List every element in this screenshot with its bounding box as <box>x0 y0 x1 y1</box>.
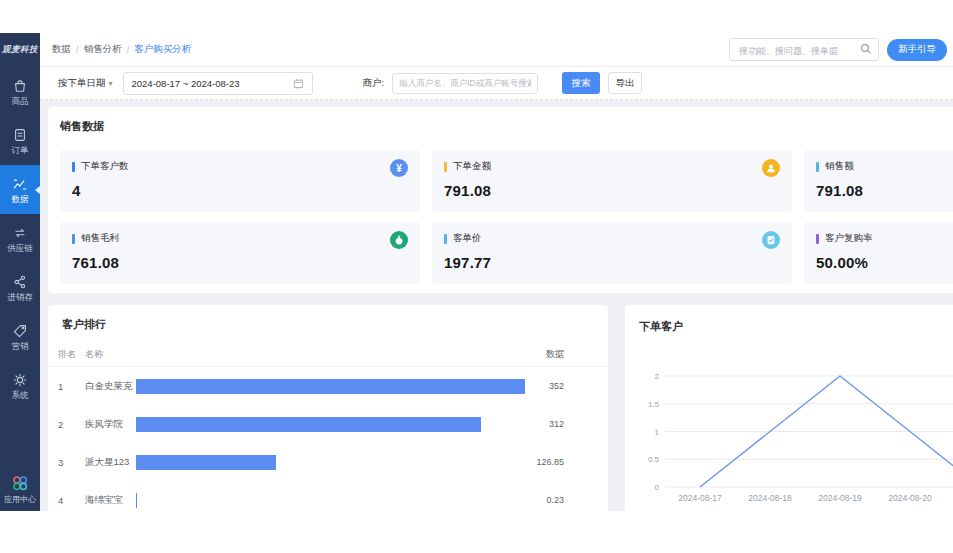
date-type-selector[interactable]: 按下单日期 <box>58 77 106 90</box>
card-label: 客单价 <box>453 232 482 245</box>
column-header-name: 名称 <box>85 348 136 361</box>
breadcrumb-separator: / <box>76 44 79 55</box>
panel-title: 客户排行 <box>48 317 608 332</box>
order-customers-panel: 下单客户 00.511.522024-08-172024-08-182024-0… <box>625 305 953 511</box>
card-accent <box>72 162 75 172</box>
rank-number: 2 <box>48 419 85 430</box>
search-button[interactable]: 搜索 <box>562 72 600 94</box>
sidebar-item-label: 供应链 <box>7 244 33 253</box>
svg-text:2024-08-20: 2024-08-20 <box>888 493 932 503</box>
rank-bar <box>136 455 276 470</box>
sidebar-item-label: 营销 <box>12 342 29 351</box>
stat-card-sales-amount: 销售额 791.08 <box>804 150 953 212</box>
table-row: 4 海绵宝宝 0.23 <box>48 481 608 511</box>
sidebar-item-label: 进销存 <box>7 293 33 302</box>
breadcrumb-item[interactable]: 销售分析 <box>84 43 122 56</box>
card-value: 197.77 <box>444 254 780 271</box>
rank-number: 1 <box>48 381 85 392</box>
sidebar-item-label: 订单 <box>12 146 29 155</box>
gear-icon <box>12 372 28 388</box>
global-search-box <box>729 38 879 61</box>
app-center-icon <box>11 474 29 492</box>
breadcrumb-separator: / <box>127 44 130 55</box>
merchant-search-input[interactable] <box>392 73 538 94</box>
global-search-input[interactable] <box>737 39 859 62</box>
brand-logo: 观麦科技 <box>0 33 40 67</box>
customer-ranking-panel: 客户排行 排名 名称 数据 1 白金史莱克 352 2 疾风学院 312 3 <box>48 305 608 511</box>
moneybag-circle-icon <box>390 231 408 249</box>
rank-bar <box>136 417 481 432</box>
sidebar: 观麦科技 商品 订单 数据 <box>0 33 40 511</box>
sidebar-item-supply-chain[interactable]: 供应链 <box>0 214 40 263</box>
card-value: 791.08 <box>816 182 953 199</box>
svg-text:0: 0 <box>655 483 660 492</box>
svg-text:1: 1 <box>655 428 660 437</box>
sidebar-item-orders[interactable]: 订单 <box>0 116 40 165</box>
svg-text:0.5: 0.5 <box>648 455 660 464</box>
card-value: 50.00% <box>816 254 953 271</box>
breadcrumb: 数据 / 销售分析 / 客户购买分析 <box>40 43 191 56</box>
rank-number: 3 <box>48 457 85 468</box>
stat-card-order-customers: 下单客户数 ¥ 4 <box>60 150 420 212</box>
clipboard-circle-icon <box>762 231 780 249</box>
stat-card-order-amount: 下单金额 791.08 <box>432 150 792 212</box>
bag-icon <box>12 78 28 94</box>
stat-cards-grid: 下单客户数 ¥ 4 下单金额 791.08 销售额 <box>60 150 953 284</box>
sidebar-item-system[interactable]: 系统 <box>0 361 40 410</box>
column-header-value: 数据 <box>525 348 608 361</box>
app-window: 观麦科技 商品 订单 数据 <box>0 33 953 511</box>
sidebar-item-marketing[interactable]: 营销 <box>0 312 40 361</box>
beginner-guide-button[interactable]: 新手引导 <box>887 39 947 61</box>
table-row: 2 疾风学院 312 <box>48 405 608 443</box>
card-accent <box>816 162 819 172</box>
customer-name: 白金史莱克 <box>85 380 136 393</box>
svg-text:2: 2 <box>655 372 660 381</box>
card-accent <box>816 234 819 244</box>
card-label: 销售毛利 <box>81 232 119 245</box>
rank-value: 312 <box>525 419 608 429</box>
breadcrumb-item[interactable]: 数据 <box>52 43 71 56</box>
main-area: 数据 / 销售分析 / 客户购买分析 新手引导 按 <box>40 33 953 511</box>
user-circle-icon <box>762 159 780 177</box>
sidebar-item-label: 系统 <box>12 391 29 400</box>
svg-text:2024-08-18: 2024-08-18 <box>748 493 792 503</box>
customer-name: 海绵宝宝 <box>85 494 136 507</box>
rank-value: 126.85 <box>525 457 608 467</box>
chart-icon <box>12 176 28 192</box>
card-label: 下单客户数 <box>81 160 129 173</box>
sidebar-item-goods[interactable]: 商品 <box>0 67 40 116</box>
rank-value: 352 <box>525 381 608 391</box>
card-value: 4 <box>72 182 408 199</box>
topbar: 数据 / 销售分析 / 客户购买分析 新手引导 <box>40 33 953 67</box>
customer-name: 疾风学院 <box>85 418 136 431</box>
brand-name: 观麦科技 <box>2 44 38 56</box>
merchant-label: 商户: <box>363 77 385 90</box>
inventory-icon <box>12 274 28 290</box>
filter-bar: 按下单日期 ▾ 2024-08-17 ~ 2024-08-23 商户: 搜索 导… <box>40 67 953 100</box>
export-button[interactable]: 导出 <box>608 72 642 94</box>
sidebar-item-app-center[interactable]: 应用中心 <box>0 474 40 505</box>
date-range-value: 2024-08-17 ~ 2024-08-23 <box>132 78 240 89</box>
table-row: 3 派大星123 126.85 <box>48 443 608 481</box>
card-label: 销售额 <box>825 160 854 173</box>
order-customers-line-chart: 00.511.522024-08-172024-08-182024-08-192… <box>625 331 953 511</box>
card-label: 客户复购率 <box>825 232 873 245</box>
table-row: 1 白金史莱克 352 <box>48 367 608 405</box>
rank-number: 4 <box>48 495 85 506</box>
column-header-rank: 排名 <box>48 348 85 361</box>
chevron-down-icon[interactable]: ▾ <box>109 79 113 88</box>
sidebar-item-inventory[interactable]: 进销存 <box>0 263 40 312</box>
sidebar-item-data[interactable]: 数据 <box>0 165 40 214</box>
date-range-picker[interactable]: 2024-08-17 ~ 2024-08-23 <box>123 72 313 95</box>
card-accent <box>72 234 75 244</box>
sales-data-panel: 销售数据 下单客户数 ¥ 4 下单金额 791.08 <box>48 107 953 293</box>
card-value: 791.08 <box>444 182 780 199</box>
calendar-icon <box>293 78 304 89</box>
svg-text:2024-08-19: 2024-08-19 <box>818 493 862 503</box>
customer-name: 派大星123 <box>85 456 136 469</box>
search-icon[interactable] <box>860 43 872 55</box>
yen-circle-icon: ¥ <box>390 159 408 177</box>
stat-card-repurchase-rate: 客户复购率 50.00% <box>804 222 953 284</box>
sidebar-item-label: 数据 <box>12 195 29 204</box>
panel-title: 销售数据 <box>60 119 953 134</box>
